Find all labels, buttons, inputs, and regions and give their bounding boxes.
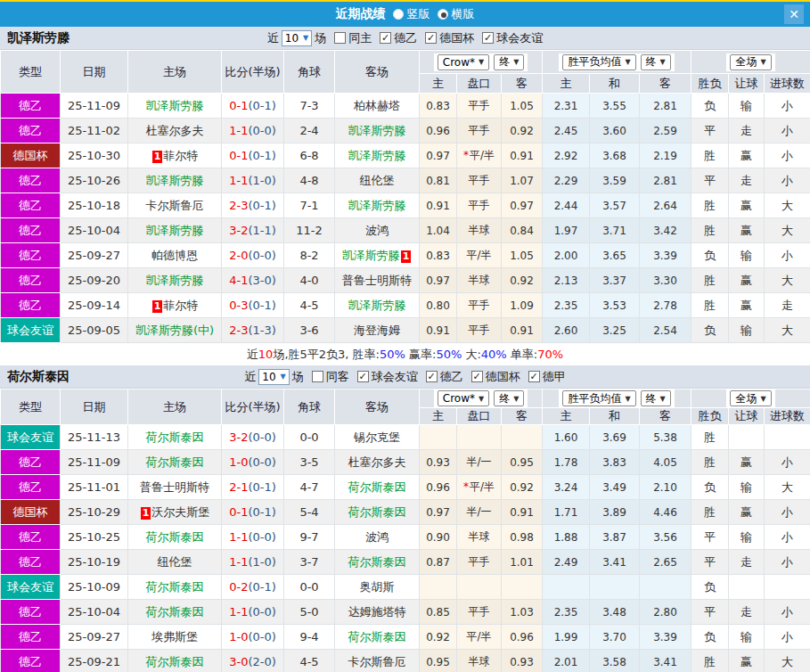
chevron-down-icon: ▼ [760,395,765,403]
avg-draw-cell: 3.89 [590,500,640,525]
league-cell: 德乙 [1,193,61,218]
date-cell: 25-10-25 [61,525,128,550]
corners-cell: 11-2 [284,218,335,243]
table-row: 德乙25-10-18卡尔斯鲁厄2-3(0-1)7-1凯泽斯劳滕0.91平手0.9… [1,193,810,218]
odds-company-dropdown[interactable]: Crow*▼ [438,390,489,406]
avg-group-header: 胜平负均值▼终▼ [543,51,691,74]
date-cell: 25-10-04 [61,218,128,243]
result-goals-cell: 小 [765,625,810,650]
home-team-cell: 荷尔斯泰因 [128,650,222,672]
team-name-text: 凯泽斯劳滕 [348,124,406,137]
filter-league-checkbox[interactable]: ✓球会友谊 [482,30,543,46]
home-team-cell: 杜塞尔多夫 [128,119,222,143]
sub-column-header: 进球数 [765,74,810,94]
away-team-cell: 凯泽斯劳滕 [335,119,420,143]
away-team-cell: 卡尔斯鲁厄 [335,650,420,672]
result-goals-cell: 小 [765,600,810,625]
sub-column-header: 胜负 [691,74,729,94]
home-team-cell: 荷尔斯泰因 [128,450,222,475]
filter-league-checkbox[interactable]: ✓德乙 [380,30,417,46]
filter-league-checkbox[interactable]: ✓德甲 [528,369,566,385]
close-button[interactable]: ✕ [784,4,804,24]
avg-odds-dropdown[interactable]: 胜平负均值▼ [562,390,635,406]
odds-home-cell: 0.93 [420,450,457,475]
avg-away-cell: 3.30 [640,268,691,293]
results-table: 类型日期主场比分(半场)角球客场Crow*▼终▼胜平负均值▼终▼全场▼主盘口客主… [0,389,810,672]
filter-same-venue-checkbox[interactable]: 同客 [312,369,349,385]
result-goals-cell: 走 [765,293,810,318]
result-goals-cell [765,575,810,600]
team-name-text: 菲尔特 [163,149,198,162]
odds-home-cell: 0.97 [420,500,457,525]
corners-cell: 5-4 [284,500,335,525]
odds-final-dropdown[interactable]: 终▼ [494,54,524,70]
result-wdl-cell: 胜 [691,268,729,293]
avg-final-dropdown[interactable]: 终▼ [641,54,671,70]
avg-draw-cell: 3.69 [590,425,640,450]
avg-home-cell [543,575,590,600]
window-title: 近期战绩 [336,6,386,22]
summary-part: 场,胜5平2负3, [273,347,352,363]
avg-home-cell: 1.97 [543,218,590,243]
layout-option-horizontal[interactable]: 横版 [438,6,475,22]
odds-final-dropdown[interactable]: 终▼ [494,390,524,406]
home-team-cell: 普鲁士明斯特 [128,475,222,500]
odds-dropdowns: Crow*▼终▼ [434,389,528,407]
team-name-text: 凯泽斯劳滕 [146,174,204,187]
handicap-cell: *平/半 [457,475,502,500]
scope-dropdown[interactable]: 全场▼ [730,54,771,70]
filter-league-checkbox[interactable]: ✓球会友谊 [357,369,418,385]
result-handicap-cell: 输 [729,475,765,500]
score-cell: 1-1(1-0) [222,550,284,575]
result-handicap-cell: 输 [729,525,765,550]
away-team-cell: 荷尔斯泰因 [335,625,420,650]
avg-home-cell: 1.60 [543,425,590,450]
table-head: 类型日期主场比分(半场)角球客场Crow*▼终▼胜平负均值▼终▼全场▼主盘口客主… [1,51,810,94]
scope-dropdown[interactable]: 全场▼ [730,390,771,406]
filter-same-venue-checkbox[interactable]: 同主 [334,30,372,46]
team-section: 凯泽斯劳滕近10▼场同主✓德乙✓德国杯✓球会友谊类型日期主场比分(半场)角球客场… [0,27,810,365]
handicap-cell: 半球 [457,268,502,293]
match-count-select[interactable]: 10▼ [282,30,312,46]
handicap-text: 平/半 [466,630,491,643]
checkbox-checked-icon: ✓ [357,371,369,382]
odds-home-cell [420,575,457,600]
avg-dropdowns: 胜平负均值▼终▼ [559,389,674,407]
result-handicap-cell: 输 [729,625,765,650]
filter-league-checkbox[interactable]: ✓德国杯 [471,369,520,385]
league-cell: 德乙 [1,625,61,650]
odds-home-cell: 1.04 [420,218,457,243]
halftime-score: (0-1) [248,299,275,312]
avg-draw-cell: 3.59 [590,168,640,193]
avg-odds-dropdown[interactable]: 胜平负均值▼ [562,54,635,70]
avg-draw-cell: 3.37 [590,268,640,293]
score-cell: 3-2(1-1) [222,218,284,243]
handicap-text: 平手 [469,555,490,568]
match-count-select[interactable]: 10▼ [258,369,289,385]
odds-company-dropdown[interactable]: Crow*▼ [438,54,489,70]
line-changed-star: * [463,480,469,493]
avg-draw-cell: 3.57 [590,193,640,218]
checkbox-label: 同主 [348,30,372,46]
odds-away-cell: 1.05 [502,94,543,119]
avg-draw-cell: 3.60 [590,119,640,143]
odds-away-cell: 0.92 [502,475,543,500]
filter-league-checkbox[interactable]: ✓德乙 [426,369,463,385]
corners-cell: 4-7 [284,475,335,500]
avg-away-cell: 2.65 [640,550,691,575]
filter-league-checkbox[interactable]: ✓德国杯 [425,30,474,46]
team-name-text: 海登海姆 [354,324,400,337]
result-goals-cell: 小 [765,94,810,119]
summary-part: 胜率: [353,347,380,363]
layout-option-vertical[interactable]: 竖版 [393,6,430,22]
corners-cell: 4-0 [284,268,335,293]
result-wdl-cell: 负 [691,625,729,650]
odds-away-cell: 1.03 [502,600,543,625]
home-team-cell: 凯泽斯劳滕 [128,268,222,293]
league-cell: 德乙 [1,119,61,143]
header-row-groups: 类型日期主场比分(半场)角球客场Crow*▼终▼胜平负均值▼终▼全场▼ [1,51,810,74]
league-cell: 球会友谊 [1,575,61,600]
odds-home-cell: 0.96 [420,119,457,143]
result-goals-cell: 小 [765,450,810,475]
avg-final-dropdown[interactable]: 终▼ [641,390,671,406]
